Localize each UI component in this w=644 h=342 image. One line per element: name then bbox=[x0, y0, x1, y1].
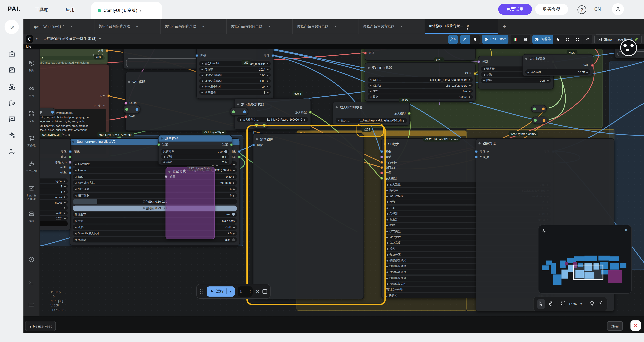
collapse-dot[interactable] bbox=[256, 138, 258, 141]
drag-handle-icon[interactable] bbox=[200, 289, 204, 294]
collapse-dot[interactable] bbox=[478, 143, 480, 145]
node-mask-preview[interactable]: 遮罩预览遮罩 bbox=[166, 167, 215, 239]
node-mini-icons[interactable]: ○ ⚙ ⌖ bbox=[94, 104, 106, 107]
output-slot-放大模型[interactable] bbox=[408, 112, 411, 115]
cleaner-button[interactable] bbox=[563, 35, 573, 44]
toggle-dot[interactable] bbox=[224, 150, 227, 153]
reroute-out-dot[interactable] bbox=[51, 110, 54, 113]
fit-view-button[interactable] bbox=[560, 300, 566, 308]
node-widget[interactable]: ◀物体最小尺寸36▶ bbox=[199, 84, 271, 89]
output-slot-遮罩[interactable] bbox=[238, 155, 240, 158]
output-slot-图像[interactable] bbox=[68, 150, 71, 153]
node-lineart-node[interactable]: 图像图像◀融合LineArtlineart_realisitic▶◀分辨率102… bbox=[196, 49, 274, 99]
chevron-down-icon[interactable]: ▼ bbox=[580, 303, 582, 305]
workflow-tab[interactable]: 美妆产品写实背景效...● bbox=[160, 19, 227, 33]
node-widget[interactable]: #000000 bbox=[40, 221, 68, 226]
node-widget[interactable]: ◀vae名称ae.sft▶ bbox=[526, 69, 590, 75]
node-widget[interactable]: ◀分辨率1024▶ bbox=[199, 67, 271, 72]
sidebar-item-templates[interactable]: 模板 bbox=[23, 210, 39, 222]
outer-sidebar-chat-image[interactable] bbox=[8, 115, 16, 123]
reroute-node[interactable] bbox=[531, 105, 547, 112]
node-widget[interactable]: ◀扩张0▶ bbox=[161, 154, 229, 159]
workflow-tab[interactable]: qwen Workflow11-2...● bbox=[30, 19, 94, 33]
output-slot-遮罩[interactable] bbox=[68, 155, 71, 158]
language-switch[interactable]: CN bbox=[594, 6, 601, 11]
toggle-links-button[interactable] bbox=[598, 300, 603, 308]
node-widget[interactable]: ◀类型flux▶ bbox=[368, 89, 473, 93]
output-slot-图像[interactable] bbox=[238, 150, 240, 153]
run-button[interactable]: 运行▼ bbox=[206, 286, 235, 296]
minimap-settings-icon[interactable] bbox=[542, 228, 547, 235]
node-widget[interactable]: ◀放大 ...4xUltrasharp_4xUltrasharpV10.pth▶ bbox=[336, 118, 407, 123]
workflow-tab[interactable]: 美妆产品写实背景效...● bbox=[94, 19, 161, 33]
node-widget[interactable]: terbox▶ bbox=[40, 195, 68, 199]
node-widget[interactable]: ◀物体连通1▶ bbox=[199, 90, 271, 95]
input-slot-正面条件[interactable] bbox=[380, 161, 383, 164]
reroute-in-dot[interactable] bbox=[232, 110, 235, 113]
reroute-out-dot[interactable] bbox=[136, 108, 138, 110]
input-slot-图像[interactable] bbox=[380, 150, 383, 153]
select-tool-button[interactable] bbox=[537, 299, 545, 309]
collapse-dot[interactable] bbox=[72, 141, 74, 143]
input-slot-模型[interactable] bbox=[380, 155, 383, 158]
sidebar-item-queue[interactable]: 队列 bbox=[23, 60, 39, 72]
input-slot-图像[interactable] bbox=[252, 144, 255, 146]
close-feed-button[interactable]: ✕ bbox=[630, 321, 641, 331]
node-widget[interactable]: 反转遮罩true bbox=[161, 149, 229, 154]
minimap-viewport[interactable] bbox=[573, 265, 604, 280]
output-slot-width[interactable] bbox=[68, 166, 71, 169]
input-slot-遮罩[interactable] bbox=[165, 175, 168, 178]
node-canvas[interactable]: 放大条件○ ⚙ ⌖changjingAwhimsical Christmas t… bbox=[40, 49, 644, 316]
node-upscale-loader-2[interactable]: 放大模型加载器放大模型◀放大 ...4xUltrasharp_4xUltrash… bbox=[332, 102, 410, 126]
batch-count-stepper[interactable]: 1▲▼ bbox=[238, 286, 253, 296]
input-slot-放大模型[interactable] bbox=[380, 177, 383, 180]
reroute-out-dot[interactable] bbox=[263, 124, 266, 127]
translate-button[interactable]: 文A bbox=[448, 35, 458, 44]
collapse-dot[interactable] bbox=[237, 104, 239, 106]
node-widget[interactable]: ◀LineArt低阈值0.00▶ bbox=[199, 73, 271, 78]
reroute-in-dot[interactable] bbox=[125, 108, 128, 110]
output-slot-遮罩[interactable] bbox=[230, 143, 233, 146]
pan-tool-button[interactable] bbox=[548, 300, 554, 308]
input-slot-图像_A[interactable] bbox=[475, 150, 478, 153]
node-widget[interactable]: 1▶ bbox=[40, 189, 68, 194]
app-tab-comfyui[interactable]: ComfyUI (专享版) bbox=[91, 2, 162, 19]
output-slot-放大模型[interactable] bbox=[309, 111, 312, 113]
workflow-tab[interactable]: 美妆产品写实背景效...● bbox=[359, 19, 425, 33]
collapse-dot[interactable] bbox=[168, 171, 170, 173]
node-widget[interactable]: ◀LineArt高阈值1.00▶ bbox=[199, 78, 271, 83]
node-widget[interactable]: ◀设备default▶ bbox=[368, 94, 473, 99]
input-slot-遮罩[interactable] bbox=[157, 143, 160, 146]
user-avatar[interactable] bbox=[612, 3, 624, 15]
sidebar-item-models[interactable]: 模型 bbox=[23, 110, 39, 122]
reroute-node[interactable] bbox=[532, 116, 548, 124]
collapse-dot[interactable] bbox=[160, 137, 163, 140]
node-mask-grow[interactable]: 遮罩扩张遮罩遮罩反转遮罩true◀扩张0▶◀模糊2▶ bbox=[158, 135, 232, 165]
node-preview-image[interactable]: 预览图像图像 bbox=[253, 133, 364, 299]
resize-feed-button[interactable]: ⇆Resize Feed bbox=[25, 321, 56, 331]
reroute-in-dot[interactable] bbox=[533, 107, 536, 110]
input-slot-VAE[interactable] bbox=[364, 52, 367, 54]
sidebar-item-nodes[interactable]: 节点 bbox=[23, 85, 39, 97]
output-slot-CLIP[interactable] bbox=[474, 72, 476, 75]
node-widget[interactable]: ◀降噪0.25▶ bbox=[481, 78, 551, 83]
input-slot-图像_B[interactable] bbox=[475, 155, 478, 158]
reroute-node[interactable] bbox=[253, 121, 268, 129]
sidebar-item-help[interactable] bbox=[23, 256, 39, 264]
collapse-dot[interactable] bbox=[526, 58, 528, 60]
reroute-in-dot[interactable] bbox=[255, 124, 258, 127]
tab-close-icon[interactable]: ✕ bbox=[466, 24, 470, 28]
sidebar-item-keyboard[interactable] bbox=[23, 302, 39, 309]
reroute-out-dot[interactable] bbox=[542, 107, 544, 110]
library-button[interactable] bbox=[510, 35, 520, 44]
outer-sidebar-person-gear[interactable] bbox=[8, 148, 16, 155]
node-vae-loader[interactable]: VAE加载器VAE◀vae名称ae.sft▶ bbox=[522, 54, 593, 76]
node-widget[interactable]: width▶ bbox=[40, 210, 68, 215]
outer-sidebar-cubes[interactable] bbox=[8, 83, 16, 91]
favorites-button[interactable] bbox=[553, 35, 563, 44]
output-slot-图像[interactable] bbox=[272, 54, 274, 57]
toggle-dot[interactable] bbox=[232, 213, 235, 216]
save-button[interactable] bbox=[520, 35, 530, 44]
output-slot-height[interactable] bbox=[68, 172, 71, 174]
cancel-button[interactable]: ✕ bbox=[256, 289, 259, 294]
